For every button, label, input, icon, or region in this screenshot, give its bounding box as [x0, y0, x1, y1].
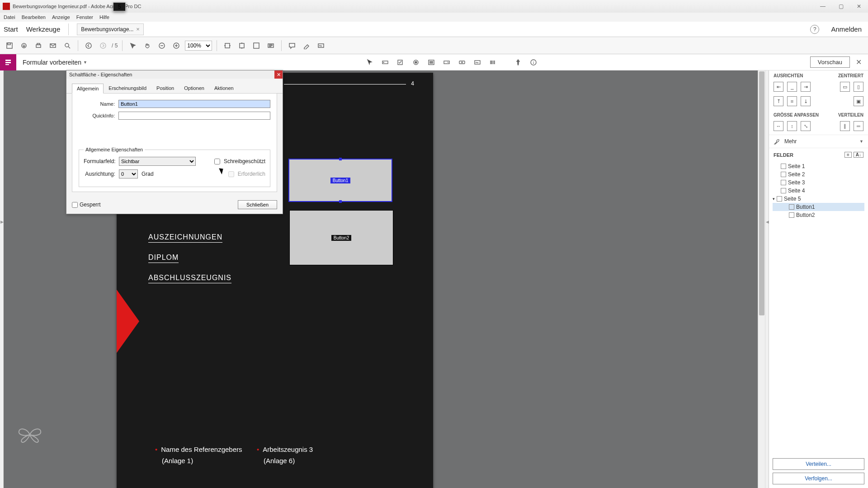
- distribute-button[interactable]: Verteilen...: [773, 458, 864, 470]
- page-node-5[interactable]: ▾Seite 5: [773, 195, 864, 203]
- menu-window[interactable]: Fenster: [76, 14, 93, 20]
- textfield-tool-icon[interactable]: [379, 56, 391, 68]
- pointer-icon[interactable]: [127, 40, 139, 52]
- zoom-select[interactable]: 100%: [185, 41, 212, 51]
- vertical-scrollbar[interactable]: [758, 70, 765, 488]
- page-node-1[interactable]: Seite 1: [773, 162, 864, 170]
- sort-az-icon[interactable]: A↓: [854, 152, 863, 158]
- close-button[interactable]: ✕: [850, 0, 868, 13]
- distribute-v-icon[interactable]: ═: [854, 121, 863, 131]
- document-tab-label: Bewerbungsvorlage...: [81, 26, 133, 33]
- align-right-icon[interactable]: ⇥: [801, 82, 811, 92]
- align-center-h-icon[interactable]: ⎯: [787, 82, 797, 92]
- form-button1-field[interactable]: Button1: [288, 159, 392, 202]
- page-input[interactable]: [113, 2, 126, 11]
- resize-both-icon[interactable]: ⤡: [801, 121, 811, 131]
- tab-position[interactable]: Position: [151, 83, 179, 93]
- preview-button[interactable]: Vorschau: [810, 56, 850, 68]
- tab-options[interactable]: Optionen: [179, 83, 209, 93]
- left-rail[interactable]: ▶: [0, 70, 4, 488]
- more-dropdown[interactable]: Mehr ▼: [769, 135, 868, 148]
- zoom-out-icon[interactable]: [156, 40, 168, 52]
- cloud-icon[interactable]: [18, 40, 30, 52]
- fullscreen-icon[interactable]: [250, 40, 262, 52]
- mail-icon[interactable]: [47, 40, 59, 52]
- center-both-icon[interactable]: ▣: [854, 96, 863, 106]
- fit-page-icon[interactable]: [236, 40, 248, 52]
- pin-icon[interactable]: [512, 56, 524, 68]
- minimize-button[interactable]: —: [814, 0, 832, 13]
- radio-tool-icon[interactable]: [410, 56, 422, 68]
- right-rail-collapse[interactable]: ◀: [765, 70, 769, 488]
- field-button1[interactable]: Button1: [773, 203, 864, 211]
- help-icon[interactable]: ?: [810, 25, 819, 34]
- menubar: Datei Bearbeiten Anzeige Fenster Hilfe: [0, 13, 868, 22]
- quickinfo-input[interactable]: [118, 112, 270, 120]
- signature-tool-icon[interactable]: [472, 56, 483, 68]
- track-button[interactable]: Verfolgen...: [773, 473, 864, 484]
- field-button2[interactable]: Button2: [773, 211, 864, 219]
- chevron-down-icon: ▼: [83, 60, 87, 65]
- reference-list-2: Arbeitszeugnis 3: [257, 446, 370, 453]
- center-v-icon[interactable]: ▯: [854, 82, 863, 92]
- checkbox-tool-icon[interactable]: [395, 56, 406, 68]
- form-button2-field[interactable]: Button2: [289, 210, 393, 265]
- save-icon[interactable]: [4, 40, 15, 52]
- formfield-select[interactable]: Sichtbar: [119, 157, 196, 166]
- menu-view[interactable]: Anzeige: [52, 14, 70, 20]
- resize-width-icon[interactable]: ↔: [774, 121, 783, 131]
- page-node-4[interactable]: Seite 4: [773, 187, 864, 195]
- resize-height-icon[interactable]: ↕: [787, 121, 797, 131]
- login-link[interactable]: Anmelden: [831, 25, 862, 33]
- button-tool-icon[interactable]: [456, 56, 468, 68]
- align-middle-icon[interactable]: ≡: [787, 96, 797, 106]
- tab-tools[interactable]: Werkzeuge: [26, 25, 61, 33]
- hand-icon[interactable]: [142, 40, 153, 52]
- readonly-checkbox[interactable]: [214, 159, 220, 164]
- tab-general[interactable]: Allgemein: [72, 84, 104, 94]
- tab-appearance[interactable]: Erscheinungsbild: [104, 83, 151, 93]
- menu-file[interactable]: Datei: [4, 14, 15, 20]
- info-icon[interactable]: [528, 56, 539, 68]
- mode-dropdown[interactable]: Formular vorbereiten ▼: [16, 59, 94, 66]
- center-h-icon[interactable]: ▭: [840, 82, 850, 92]
- barcode-tool-icon[interactable]: [487, 56, 499, 68]
- highlight-icon[interactable]: [301, 40, 312, 52]
- svg-rect-3: [36, 45, 41, 47]
- next-page-icon[interactable]: [97, 40, 109, 52]
- select-tool-icon[interactable]: [364, 56, 376, 68]
- distribute-h-icon[interactable]: ∥: [840, 121, 850, 131]
- align-top-icon[interactable]: ⤒: [774, 96, 783, 106]
- menu-help[interactable]: Hilfe: [99, 14, 109, 20]
- orientation-select[interactable]: 0: [119, 169, 138, 178]
- name-input[interactable]: [118, 100, 270, 108]
- prev-page-icon[interactable]: [83, 40, 94, 52]
- align-bottom-icon[interactable]: ⤓: [801, 96, 811, 106]
- print-icon[interactable]: [33, 40, 44, 52]
- form-mode-icon[interactable]: [0, 54, 16, 70]
- page-node-3[interactable]: Seite 3: [773, 178, 864, 187]
- fit-width-icon[interactable]: [222, 40, 233, 52]
- reading-icon[interactable]: [265, 40, 277, 52]
- search-icon[interactable]: [61, 40, 73, 52]
- comment-icon[interactable]: [286, 40, 298, 52]
- close-context-icon[interactable]: ✕: [854, 58, 863, 66]
- center-header: ZENTRIERT: [838, 73, 863, 78]
- tab-start[interactable]: Start: [4, 25, 18, 33]
- close-tab-icon[interactable]: ×: [136, 26, 140, 33]
- document-tab[interactable]: Bewerbungsvorlage... ×: [77, 23, 144, 35]
- dropdown-tool-icon[interactable]: [441, 56, 453, 68]
- zoom-in-icon[interactable]: [170, 40, 182, 52]
- page-node-2[interactable]: Seite 2: [773, 170, 864, 178]
- close-dialog-button[interactable]: Schließen: [238, 200, 277, 209]
- dialog-close-icon[interactable]: ✕: [274, 70, 283, 79]
- properties-dialog: Schaltfläche - Eigenschaften ✕ Allgemein…: [66, 70, 283, 214]
- menu-edit[interactable]: Bearbeiten: [22, 14, 46, 20]
- align-left-icon[interactable]: ⇤: [774, 82, 783, 92]
- sign-icon[interactable]: [315, 40, 327, 52]
- listbox-tool-icon[interactable]: [425, 56, 437, 68]
- locked-checkbox[interactable]: [72, 202, 78, 208]
- sort-order-icon[interactable]: ≡: [844, 152, 852, 158]
- maximize-button[interactable]: ▢: [832, 0, 850, 13]
- tab-actions[interactable]: Aktionen: [209, 83, 239, 93]
